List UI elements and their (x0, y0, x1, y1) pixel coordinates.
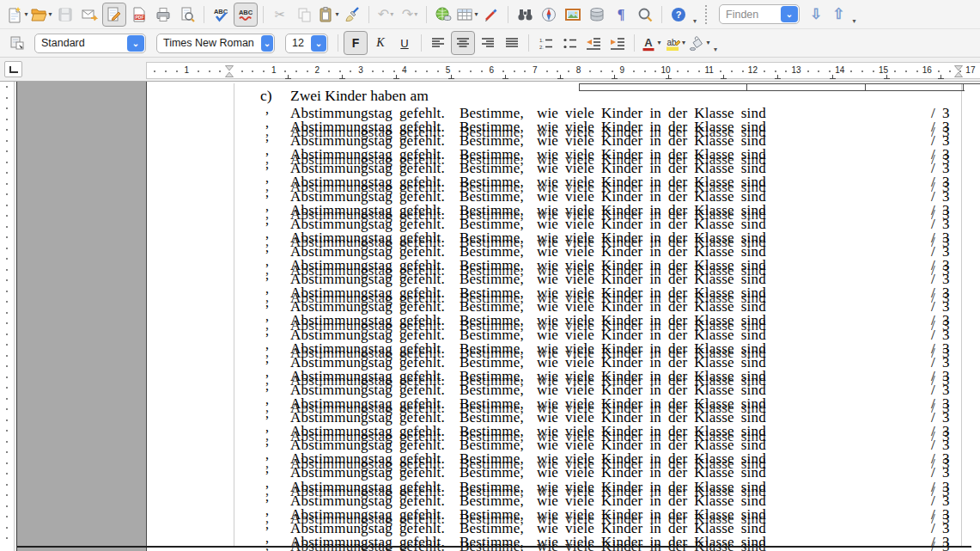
ruler-tick (6, 172, 8, 174)
document-page[interactable]: c) Zwei Kinder haben am ,Abstimmungstag … (146, 82, 980, 551)
autospellcheck-button[interactable]: ABC (234, 3, 258, 27)
ordered-list-button[interactable]: 1.2. (534, 32, 557, 54)
font-size-dropdown[interactable]: ⌄ (311, 35, 326, 52)
ruler-tick (807, 70, 809, 72)
draw-functions-button[interactable] (480, 3, 502, 26)
find-dropdown-button[interactable]: ⌄ (781, 6, 798, 22)
font-color-button[interactable]: A ▾ (640, 32, 662, 54)
ruler-tick (6, 301, 8, 303)
email-button[interactable] (78, 3, 100, 26)
ruler-tick (502, 70, 504, 72)
print-preview-button[interactable] (176, 3, 198, 26)
navigator-button[interactable] (538, 3, 560, 26)
align-right-button[interactable] (477, 32, 499, 54)
align-left-button[interactable] (427, 32, 449, 54)
tab-stop-marker (884, 74, 890, 79)
find-toolbar-overflow-button[interactable]: ▾ (853, 17, 856, 28)
find-input[interactable]: Finden ⌄ (719, 4, 800, 24)
ruler-tick (644, 70, 646, 72)
paragraph-style-dropdown[interactable]: ⌄ (127, 35, 144, 52)
print-preview-icon (179, 6, 196, 23)
unordered-list-button[interactable] (558, 32, 581, 54)
tab-stop-marker (557, 74, 563, 79)
print-button[interactable] (152, 3, 174, 26)
spellcheck-icon: ABC (211, 6, 230, 23)
find-replace-button[interactable] (514, 3, 536, 26)
data-sources-button[interactable] (586, 3, 608, 26)
highlight-color-dropdown[interactable]: ▾ (682, 40, 685, 46)
ruler-tick (589, 70, 591, 72)
font-color-dropdown[interactable]: ▾ (657, 40, 660, 46)
insert-table-button[interactable]: ▾ (456, 3, 478, 26)
tab-stop-selector[interactable] (4, 61, 22, 77)
gallery-icon (564, 6, 581, 23)
justify-button[interactable] (501, 32, 523, 54)
ruler-tick (393, 70, 395, 72)
separator (426, 6, 427, 23)
spellcheck-button[interactable]: ABC (210, 3, 232, 26)
vertical-ruler[interactable] (0, 82, 15, 551)
ruler-tick (6, 291, 8, 292)
ruler-tick (698, 70, 700, 72)
align-center-button[interactable] (451, 31, 475, 55)
apply-style-button[interactable] (6, 32, 28, 54)
ruler-tick (654, 70, 656, 72)
formatting-toolbar: Standard ⌄ Times New Roman ⌄ 12 ⌄ F K U (0, 29, 980, 58)
help-button[interactable]: ? (667, 3, 690, 26)
font-size-select[interactable]: 12 ⌄ (285, 34, 328, 53)
underline-icon: U (400, 38, 408, 49)
paste-button[interactable]: ▾ (317, 3, 339, 26)
cut-icon: ✂ (275, 8, 286, 21)
new-document-dropdown[interactable]: ▾ (24, 11, 27, 18)
ruler-tick (382, 70, 384, 72)
underline-button[interactable]: U (393, 32, 416, 54)
ruler-tick (612, 70, 613, 72)
indent-marker-right[interactable] (954, 65, 963, 77)
bold-button[interactable]: F (344, 31, 368, 55)
table-dropdown[interactable]: ▾ (474, 11, 478, 18)
document-view[interactable]: c) Zwei Kinder haben am ,Abstimmungstag … (0, 82, 980, 551)
ruler-tick (6, 494, 8, 496)
formatting-marks-button[interactable]: ¶ (610, 3, 632, 26)
formatting-toolbar-overflow-button[interactable]: ▾ (714, 46, 717, 57)
find-previous-button[interactable]: ⇧ (832, 5, 844, 23)
background-color-button[interactable]: ▾ (688, 32, 710, 54)
font-name-select[interactable]: Times New Roman ⌄ (156, 34, 275, 53)
ruler-tick (481, 70, 483, 72)
font-color-icon: A (641, 35, 656, 52)
zoom-icon (636, 6, 654, 23)
decrease-indent-button[interactable] (582, 32, 605, 54)
hyperlink-button[interactable] (432, 3, 454, 26)
ruler-tick (546, 70, 548, 72)
background-color-dropdown[interactable]: ▾ (706, 40, 709, 46)
highlight-color-button[interactable]: ab ▾ (664, 32, 686, 54)
increase-indent-button[interactable] (606, 32, 629, 54)
ruler-tick (6, 193, 8, 195)
open-button[interactable]: ▾ (30, 3, 52, 26)
horizontal-ruler[interactable]: 11234567891011121314151617 (146, 62, 980, 79)
gallery-button[interactable] (562, 3, 584, 26)
save-button (54, 3, 76, 26)
toolbar-drag-handle[interactable] (705, 5, 709, 24)
ruler-tick (557, 70, 558, 72)
copy-icon (295, 6, 313, 23)
toolbar-overflow-button[interactable]: ▾ (693, 17, 697, 28)
heading-text: Zwei Kinder haben am (290, 87, 429, 105)
indent-marker-left[interactable] (225, 65, 234, 77)
new-document-button[interactable]: ▾ (6, 3, 28, 26)
export-pdf-button[interactable]: PDF (128, 3, 150, 26)
ruler-number: 1 (185, 65, 190, 75)
edit-mode-button[interactable] (102, 3, 126, 27)
svg-text:2.: 2. (539, 45, 544, 50)
paragraph-style-select[interactable]: Standard ⌄ (34, 34, 146, 53)
italic-button[interactable]: K (369, 32, 392, 54)
zoom-button[interactable] (634, 3, 656, 26)
font-name-dropdown[interactable]: ⌄ (261, 35, 273, 52)
hyperlink-icon (435, 6, 452, 23)
paste-dropdown[interactable]: ▾ (335, 11, 338, 18)
ruler-number: 9 (620, 65, 625, 75)
find-next-button[interactable]: ⇩ (810, 5, 822, 23)
open-dropdown[interactable]: ▾ (48, 11, 52, 18)
clone-formatting-button[interactable] (341, 3, 363, 26)
table-border (865, 83, 866, 91)
